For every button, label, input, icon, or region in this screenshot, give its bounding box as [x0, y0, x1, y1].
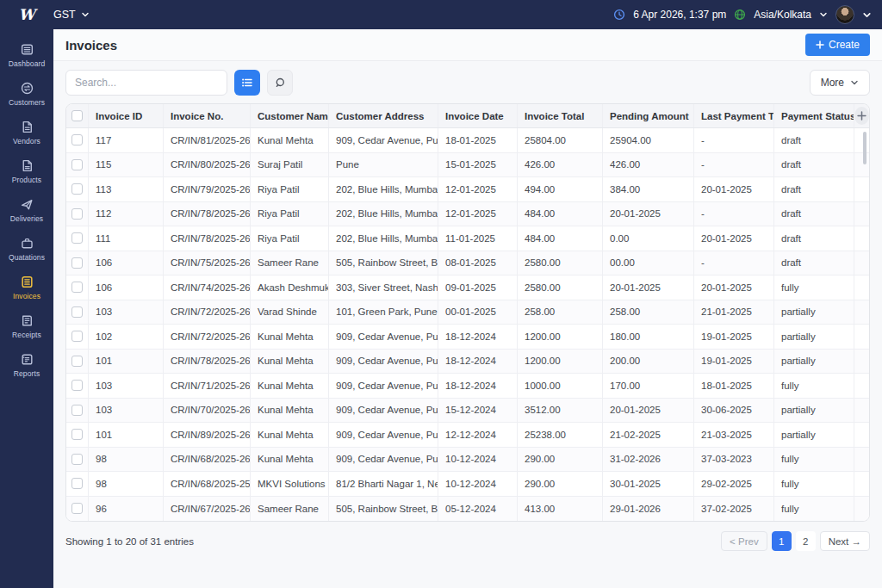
table-cell: draft — [774, 251, 854, 275]
row-checkbox[interactable] — [71, 159, 83, 170]
table-cell: 484.00 — [518, 202, 603, 226]
sidebar-item-invoices[interactable]: Invoices — [0, 269, 53, 307]
row-checkbox[interactable] — [71, 134, 83, 145]
row-checkbox[interactable] — [71, 380, 83, 391]
table-cell: - — [694, 202, 774, 226]
sidebar-item-receipts[interactable]: Receipts — [0, 307, 53, 346]
sidebar-item-quatations[interactable]: Quatations — [0, 230, 53, 269]
header-cell[interactable]: Invoice Total — [518, 104, 603, 127]
table-cell: 117 — [89, 128, 164, 152]
row-checkbox[interactable] — [71, 478, 83, 489]
row-checkbox[interactable] — [71, 429, 83, 440]
sidebar-item-reports[interactable]: Reports — [0, 346, 53, 385]
row-checkbox[interactable] — [71, 331, 83, 342]
table-row[interactable]: 112CR/IN/78/2025-26/Riya Patil202, Blue … — [66, 202, 869, 227]
header-cell[interactable]: Invoice Date — [438, 104, 518, 127]
row-checkbox[interactable] — [71, 232, 83, 244]
prev-page-button[interactable]: < Prev — [721, 531, 767, 551]
table-row[interactable]: 98CR/IN/68/2025-25MKVI Solutions81/2 Bha… — [66, 472, 869, 497]
cell-select — [66, 325, 89, 349]
table-row[interactable]: 101CR/IN/89/2025-26/Kunal Mehta909, Ceda… — [66, 423, 869, 448]
table-cell: 113 — [89, 177, 164, 201]
header-cell[interactable]: Payment Status — [774, 104, 854, 127]
table-cell: CR/IN/72/2025-26/ — [164, 300, 251, 325]
next-page-button[interactable]: Next → — [820, 531, 870, 551]
row-checkbox[interactable] — [71, 257, 83, 269]
table-scrollbar[interactable] — [863, 132, 866, 164]
table-row[interactable]: 98CR/IN/68/2025-26/Kunal Mehta909, Cedar… — [66, 448, 869, 473]
table-cell: CR/IN/89/2025-26/ — [164, 423, 251, 447]
table-cell: 909, Cedar Avenue, Pune — [329, 399, 438, 423]
header-cell[interactable]: Invoice No. — [164, 104, 251, 127]
app-logo[interactable]: W — [0, 0, 53, 29]
page-1-button[interactable]: 1 — [772, 531, 792, 551]
row-checkbox[interactable] — [71, 405, 83, 416]
header-cell[interactable]: Customer Address — [329, 104, 438, 127]
reports-icon — [20, 352, 34, 367]
table-row[interactable]: 117CR/IN/81/2025-26/Kunal Mehta909, Ceda… — [66, 128, 869, 153]
table-row[interactable]: 96CR/IN/67/2025-26Sameer Rane505, Rainbo… — [66, 497, 869, 522]
table-cell: 37-03-2023 — [694, 448, 774, 472]
select-all-checkbox[interactable] — [71, 110, 83, 121]
table-row[interactable]: 113CR/IN/79/2025-26/Riya Patil202, Blue … — [66, 177, 869, 202]
sidebar-item-dashboard[interactable]: Dashboard — [0, 36, 53, 75]
table-cell: CR/IN/72/2025-26/ — [164, 325, 251, 349]
table-cell: 18-01-2025 — [694, 374, 774, 398]
timezone-chevron-icon[interactable] — [819, 10, 828, 19]
invoices-icon — [20, 275, 34, 289]
sidebar-item-vendors[interactable]: Vendors — [0, 114, 53, 152]
table-cell-empty — [854, 497, 869, 522]
table-row[interactable]: 111CR/IN/78/2025-26/Riya Patil202, Blue … — [66, 226, 869, 251]
cell-select — [66, 374, 89, 398]
sidebar-item-label: Vendors — [13, 137, 40, 145]
table-cell: 112 — [89, 202, 164, 226]
search-icon — [274, 77, 286, 89]
org-switcher[interactable]: GST — [53, 9, 90, 21]
user-avatar[interactable] — [835, 5, 854, 24]
table-row[interactable]: 103CR/IN/72/2025-26/Varad Shinde101, Gre… — [66, 300, 869, 325]
row-checkbox[interactable] — [71, 306, 83, 318]
table-cell: 909, Cedar Avenue, Pune — [329, 448, 438, 472]
table-cell: 12-01-2025 — [438, 202, 518, 226]
table-cell: 10-12-2024 — [438, 472, 518, 496]
header-cell[interactable]: Invoice ID — [89, 104, 164, 127]
table-row[interactable]: 103CR/IN/70/2025-26/Kunal Mehta909, Ceda… — [66, 399, 869, 424]
table-cell: draft — [774, 153, 854, 177]
timezone-selector[interactable]: Asia/Kolkata — [754, 9, 811, 21]
row-checkbox[interactable] — [71, 183, 83, 195]
row-checkbox[interactable] — [71, 282, 83, 293]
table-row[interactable]: 103CR/IN/71/2025-26/Kunal Mehta909, Ceda… — [66, 374, 869, 399]
list-view-button[interactable] — [234, 70, 260, 96]
sidebar-item-customers[interactable]: Customers — [0, 75, 53, 114]
table-cell: Riya Patil — [251, 177, 329, 201]
page-2-button[interactable]: 2 — [796, 531, 816, 551]
table-cell: 426.00 — [518, 153, 603, 177]
row-checkbox[interactable] — [71, 208, 83, 220]
table-cell: CR/IN/68/2025-26/ — [164, 448, 251, 472]
search-filter-button[interactable] — [267, 70, 293, 96]
add-column-button[interactable] — [854, 107, 869, 125]
header-cell[interactable]: Last Payment T... — [694, 104, 774, 127]
chevron-down-icon — [81, 10, 90, 19]
more-button[interactable]: More — [810, 70, 870, 96]
table-cell: 25238.00 — [518, 423, 603, 447]
table-row[interactable]: 101CR/IN/78/2025-26/Kunal Mehta909, Ceda… — [66, 350, 869, 374]
create-button[interactable]: Create — [805, 34, 870, 56]
user-menu-chevron-icon[interactable] — [862, 10, 872, 20]
table-row[interactable]: 106CR/IN/75/2025-26/Sameer Rane505, Rain… — [66, 251, 869, 276]
table-row[interactable]: 115CR/IN/80/2025-26/Suraj PatilPune15-01… — [66, 153, 869, 178]
sidebar-item-products[interactable]: Products — [0, 152, 53, 191]
row-checkbox[interactable] — [71, 503, 83, 514]
table-row[interactable]: 102CR/IN/72/2025-26/Kunal Mehta909, Ceda… — [66, 325, 869, 350]
header-cell[interactable]: Pending Amount — [603, 104, 694, 127]
sidebar-item-deliveries[interactable]: Deliveries — [0, 191, 53, 230]
table-row[interactable]: 106CR/IN/74/2025-26/Akash Deshmukh303, S… — [66, 275, 869, 300]
header-cell[interactable]: Customer Name — [251, 104, 329, 127]
table-cell: Kunal Mehta — [251, 374, 329, 398]
row-checkbox[interactable] — [71, 356, 83, 367]
search-input[interactable] — [65, 70, 227, 96]
table-cell: 30-06-2025 — [694, 399, 774, 423]
table-cell: draft — [774, 128, 854, 152]
table-cell: - — [694, 153, 774, 177]
row-checkbox[interactable] — [71, 454, 83, 465]
